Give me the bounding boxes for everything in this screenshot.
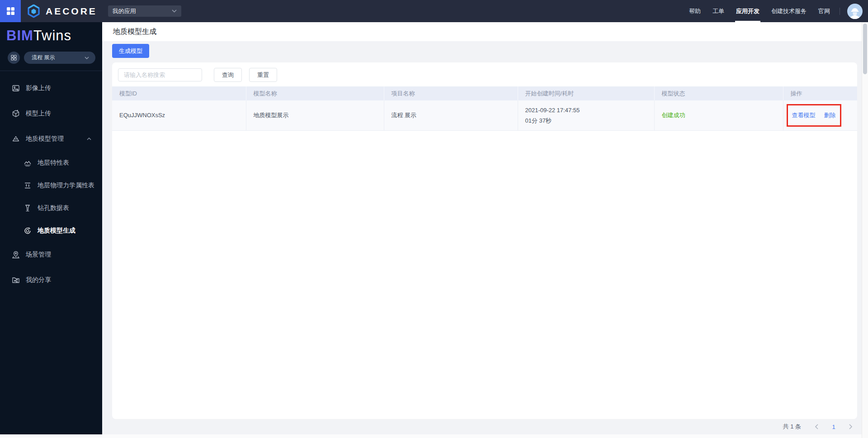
- brand-name: AECORE: [46, 6, 97, 17]
- status-badge: 创建成功: [662, 112, 685, 119]
- project-switcher-row: 流程 展示: [8, 52, 95, 64]
- table-header-row: 模型ID 模型名称 项目名称 开始创建时间/耗时 模型状态 操作: [112, 86, 857, 100]
- nav-item-tech-service[interactable]: 创建技术服务: [771, 0, 807, 22]
- pagination: 共 1 条 1: [112, 419, 857, 434]
- cell-actions: 查看模型 删除: [783, 100, 857, 130]
- share-folder-icon: [12, 276, 20, 284]
- user-avatar[interactable]: [847, 4, 863, 19]
- prev-page-button[interactable]: [811, 421, 822, 432]
- nav-item-official-site[interactable]: 官网: [818, 0, 830, 22]
- mountains-icon: [24, 159, 32, 167]
- view-model-link[interactable]: 查看模型: [792, 111, 816, 119]
- app-select-dropdown[interactable]: 我的应用: [108, 5, 181, 17]
- sidebar-item-label: 模型上传: [26, 110, 51, 118]
- cell-start-time: 2021-09-22 17:47:55 01分 37秒: [518, 100, 654, 130]
- cell-status: 创建成功: [654, 100, 783, 130]
- main-content: 生成模型 查询 重置 模型ID 模型名称 项目名称 开始创建时间/耗时 模型状态…: [102, 41, 862, 434]
- start-time-value: 2021-09-22 17:47:55: [525, 105, 647, 115]
- sidebar-item-label: 地层物理力学属性表: [38, 181, 94, 190]
- nav-item-tickets[interactable]: 工单: [712, 0, 724, 22]
- total-count: 共 1 条: [783, 423, 801, 431]
- apps-menu-button[interactable]: [0, 0, 21, 22]
- page-header: 地质模型生成: [102, 22, 868, 41]
- top-nav: 帮助 工单 应用开发 创建技术服务 官网: [683, 0, 868, 22]
- table-row: EQuJJWNOXsSz 地质模型展示 流程 展示 2021-09-22 17:…: [112, 100, 857, 130]
- topbar: AECORE 我的应用 帮助 工单 应用开发 创建技术服务 官网: [0, 0, 868, 22]
- layers-icon: [12, 135, 20, 143]
- sidebar-subitem-strata-physics[interactable]: 地层物理力学属性表: [0, 174, 102, 197]
- horizontal-scrollbar[interactable]: [0, 434, 862, 438]
- map-pin-icon: [12, 251, 20, 259]
- next-page-button[interactable]: [845, 421, 856, 432]
- sidebar-subitem-borehole-data[interactable]: 钻孔数据表: [0, 197, 102, 219]
- content-card: 查询 重置 模型ID 模型名称 项目名称 开始创建时间/耗时 模型状态 操作: [112, 62, 857, 419]
- sidebar-item-image-upload[interactable]: 影像上传: [0, 76, 102, 101]
- column-header-actions: 操作: [783, 86, 857, 100]
- duration-value: 01分 37秒: [525, 115, 647, 126]
- chevron-up-icon: [87, 138, 91, 140]
- chevron-down-icon: [172, 10, 177, 13]
- cell-model-name: 地质模型展示: [246, 100, 384, 130]
- engineer-avatar-icon: [848, 6, 862, 19]
- search-input[interactable]: [118, 68, 202, 81]
- project-select-value: 流程 展示: [32, 54, 55, 62]
- sidebar-divider: [0, 71, 102, 71]
- project-select-dropdown[interactable]: 流程 展示: [24, 52, 95, 64]
- sidebar-item-model-upload[interactable]: 模型上传: [0, 101, 102, 126]
- compress-arrows-icon: [24, 181, 32, 190]
- brand: AECORE: [26, 4, 97, 19]
- page-title: 地质模型生成: [113, 27, 156, 37]
- sidebar-item-label: 场景管理: [26, 251, 51, 259]
- reset-button[interactable]: 重置: [249, 68, 277, 82]
- column-header-project-name: 项目名称: [384, 86, 518, 100]
- grid-icon: [11, 55, 17, 61]
- image-upload-icon: [12, 84, 20, 92]
- sidebar-menu: 影像上传 模型上传 地质模型管理: [0, 76, 102, 293]
- chevron-down-icon: [85, 57, 89, 59]
- generate-model-icon: [24, 227, 32, 235]
- cell-model-id: EQuJJWNOXsSz: [112, 100, 246, 130]
- sidebar: BIMTwins 流程 展示: [0, 22, 102, 438]
- model-upload-icon: [12, 110, 20, 118]
- product-logo: BIMTwins: [0, 22, 102, 44]
- generate-model-button[interactable]: 生成模型: [112, 44, 149, 58]
- sidebar-item-scene-manage[interactable]: 场景管理: [0, 242, 102, 267]
- column-header-model-id: 模型ID: [112, 86, 246, 100]
- nav-item-help[interactable]: 帮助: [689, 0, 701, 22]
- sidebar-item-label: 地质模型管理: [26, 135, 64, 143]
- sidebar-item-label: 我的分享: [26, 276, 51, 284]
- sidebar-item-label: 钻孔数据表: [38, 204, 69, 212]
- column-header-start-time: 开始创建时间/耗时: [518, 86, 654, 100]
- logo-bim: BIM: [6, 28, 33, 43]
- cell-project-name: 流程 展示: [384, 100, 518, 130]
- column-header-status: 模型状态: [654, 86, 783, 100]
- column-header-model-name: 模型名称: [246, 86, 384, 100]
- sidebar-item-my-shares[interactable]: 我的分享: [0, 267, 102, 293]
- project-grid-button[interactable]: [8, 52, 20, 64]
- aecore-logo-icon: [26, 4, 41, 19]
- apps-grid-icon: [6, 7, 15, 15]
- sidebar-item-geo-model-manage[interactable]: 地质模型管理: [0, 126, 102, 152]
- nav-divider: [840, 8, 840, 15]
- nav-item-app-dev[interactable]: 应用开发: [736, 0, 760, 22]
- logo-twins: Twins: [33, 28, 71, 43]
- scrollbar-thumb[interactable]: [863, 24, 867, 74]
- sidebar-subitem-strata-properties[interactable]: 地层特性表: [0, 152, 102, 174]
- page-number[interactable]: 1: [828, 424, 839, 430]
- filter-row: 查询 重置: [112, 68, 857, 82]
- sidebar-item-label: 地质模型生成: [38, 227, 75, 235]
- sidebar-subitem-geo-model-generate[interactable]: 地质模型生成: [0, 219, 102, 242]
- models-table: 模型ID 模型名称 项目名称 开始创建时间/耗时 模型状态 操作 EQuJJWN…: [112, 86, 857, 131]
- app-select-value: 我的应用: [113, 7, 136, 15]
- sidebar-item-label: 地层特性表: [38, 159, 69, 167]
- delete-link[interactable]: 删除: [824, 111, 836, 119]
- query-button[interactable]: 查询: [214, 68, 242, 82]
- vertical-scrollbar[interactable]: [862, 22, 868, 438]
- drill-icon: [24, 204, 32, 212]
- sidebar-item-label: 影像上传: [26, 84, 51, 92]
- annotation-box: 查看模型 删除: [787, 104, 841, 127]
